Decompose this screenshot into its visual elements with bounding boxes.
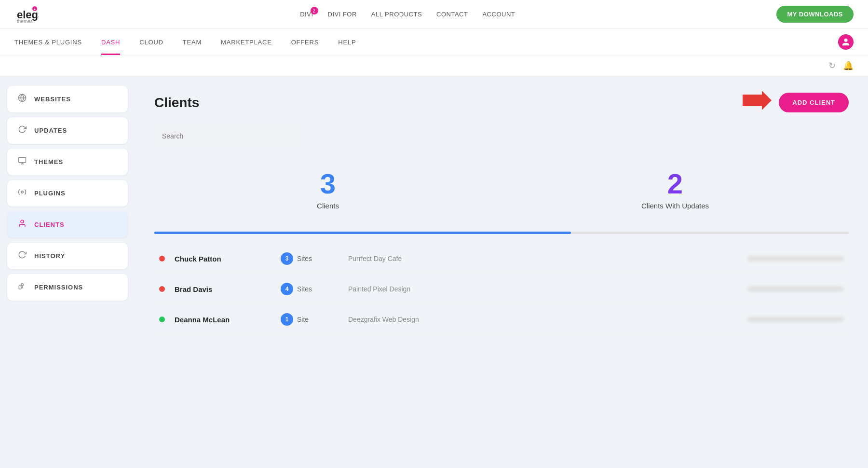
status-dot	[159, 317, 165, 322]
client-name: Chuck Patton	[175, 255, 271, 263]
main-content: Clients ADD CLIENT 3 Clients 2 Cl	[135, 76, 868, 467]
sidebar-label-clients: CLIENTS	[34, 221, 65, 228]
page-title: Clients	[154, 95, 199, 110]
progress-bar	[154, 232, 849, 234]
status-dot	[159, 286, 165, 292]
user-avatar[interactable]	[838, 34, 854, 50]
add-client-wrap: ADD CLIENT	[743, 91, 849, 114]
sites-label: Sites	[297, 255, 312, 262]
stats-row: 3 Clients 2 Clients With Updates	[154, 160, 849, 220]
sidebar-item-plugins[interactable]: PLUGINS	[7, 180, 128, 206]
my-downloads-button[interactable]: MY DOWNLOADS	[776, 6, 854, 23]
status-dot	[159, 256, 165, 262]
progress-bar-fill	[154, 232, 571, 234]
svg-text:themes: themes	[17, 19, 33, 24]
history-icon	[17, 250, 27, 262]
sidebar-item-permissions[interactable]: PERMISSIONS	[7, 274, 128, 301]
svg-rect-6	[19, 157, 26, 163]
sidebar-item-themes[interactable]: THEMES	[7, 149, 128, 175]
divi-badge: 2	[311, 7, 318, 14]
sites-label: Sites	[297, 285, 312, 293]
client-detail-blur	[747, 286, 844, 292]
tab-marketplace[interactable]: MARKETPLACE	[221, 29, 272, 55]
search-input[interactable]	[154, 126, 299, 146]
updates-icon	[17, 125, 27, 136]
tab-offers[interactable]: OFFERS	[291, 29, 319, 55]
bell-icon[interactable]: 🔔	[843, 60, 854, 71]
clients-count: 3	[320, 170, 336, 198]
second-navigation: THEMES & PLUGINS DASH CLOUD TEAM MARKETP…	[0, 29, 868, 55]
all-products-link[interactable]: ALL PRODUCTS	[371, 11, 422, 18]
tab-cloud[interactable]: CLOUD	[139, 29, 163, 55]
updates-label: Clients With Updates	[641, 202, 709, 210]
sidebar-item-history[interactable]: HISTORY	[7, 243, 128, 269]
clients-icon	[17, 219, 27, 230]
globe-icon	[17, 94, 27, 105]
svg-point-11	[21, 284, 24, 286]
main-layout: WEBSITES UPDATES THEMES PLUGINS CLIENTS	[0, 76, 868, 467]
svg-rect-12	[19, 286, 21, 289]
client-name: Deanna McLean	[175, 316, 271, 324]
sidebar-label-history: HISTORY	[34, 252, 65, 260]
client-detail-blur	[747, 317, 844, 322]
top-nav-links: DIVI 2 DIVI FOR ALL PRODUCTS CONTACT ACC…	[300, 11, 515, 18]
table-row[interactable]: Brad Davis 4 Sites Painted Pixel Design	[154, 274, 849, 304]
sidebar-item-websites[interactable]: WEBSITES	[7, 86, 128, 112]
tab-team[interactable]: TEAM	[183, 29, 202, 55]
sidebar-item-updates[interactable]: UPDATES	[7, 117, 128, 144]
svg-text:✦: ✦	[33, 8, 36, 11]
sites-label: Site	[297, 316, 309, 323]
contact-link[interactable]: CONTACT	[436, 11, 468, 18]
clients-label: Clients	[317, 202, 339, 210]
table-row[interactable]: Deanna McLean 1 Site Deezgrafix Web Desi…	[154, 304, 849, 335]
search-bar	[154, 126, 299, 146]
sidebar-label-plugins: PLUGINS	[34, 190, 66, 197]
sidebar-label-themes: THEMES	[34, 158, 63, 165]
second-nav-right	[838, 34, 854, 50]
sites-badge: 1	[281, 313, 293, 326]
sites-badge: 3	[281, 252, 293, 265]
client-company: Purrfect Day Cafe	[348, 255, 738, 262]
permissions-icon	[17, 282, 27, 293]
client-detail-blur	[747, 256, 844, 262]
sites-badge: 4	[281, 283, 293, 295]
client-company: Deezgrafix Web Design	[348, 316, 738, 323]
logo[interactable]: elegant themes ✦	[14, 5, 39, 24]
arrow-right-icon	[743, 91, 772, 114]
sidebar-label-websites: WEBSITES	[34, 96, 71, 103]
tab-themes-plugins[interactable]: THEMES & PLUGINS	[14, 29, 82, 55]
client-list: Chuck Patton 3 Sites Purrfect Day Cafe B…	[154, 244, 849, 335]
updates-count: 2	[667, 170, 683, 198]
plugins-icon	[17, 188, 27, 199]
themes-icon	[17, 156, 27, 167]
client-name: Brad Davis	[175, 285, 271, 293]
content-header: Clients ADD CLIENT	[154, 91, 849, 114]
top-navigation: elegant themes ✦ DIVI 2 DIVI FOR ALL PRO…	[0, 0, 868, 29]
divi-for-link[interactable]: DIVI FOR	[328, 11, 357, 18]
sites-info: 3 Sites	[281, 252, 339, 265]
stat-clients: 3 Clients	[154, 160, 502, 220]
sites-info: 1 Site	[281, 313, 339, 326]
action-bar: ↻ 🔔	[0, 55, 868, 76]
sidebar-label-permissions: PERMISSIONS	[34, 284, 83, 291]
svg-marker-13	[743, 91, 772, 110]
svg-point-9	[21, 191, 24, 193]
sidebar: WEBSITES UPDATES THEMES PLUGINS CLIENTS	[0, 76, 135, 467]
svg-point-10	[21, 220, 24, 223]
sidebar-label-updates: UPDATES	[34, 127, 67, 134]
add-client-button[interactable]: ADD CLIENT	[779, 93, 849, 112]
tab-dash[interactable]: DASH	[101, 29, 120, 55]
stat-clients-with-updates: 2 Clients With Updates	[502, 160, 849, 220]
divi-nav-item[interactable]: DIVI 2	[300, 11, 313, 18]
client-company: Painted Pixel Design	[348, 285, 738, 293]
table-row[interactable]: Chuck Patton 3 Sites Purrfect Day Cafe	[154, 244, 849, 274]
refresh-icon[interactable]: ↻	[828, 60, 836, 71]
sidebar-item-clients[interactable]: CLIENTS	[7, 211, 128, 238]
tab-help[interactable]: HELP	[338, 29, 356, 55]
sites-info: 4 Sites	[281, 283, 339, 295]
account-link[interactable]: ACCOUNT	[482, 11, 515, 18]
